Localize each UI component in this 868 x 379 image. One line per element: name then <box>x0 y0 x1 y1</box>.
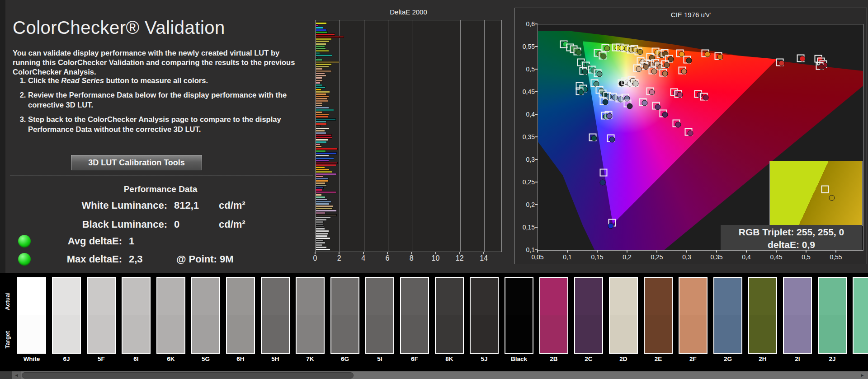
deltae-chart-title: DeltaE 2000 <box>315 8 502 16</box>
x-tick-label: 0,15 <box>587 253 607 261</box>
actual-circle-icon <box>609 137 615 143</box>
swatch-label: 2G <box>713 356 742 362</box>
color-swatch-Black[interactable] <box>505 277 533 354</box>
y-tick-label: 0,4 <box>518 111 535 118</box>
swatch-target-half <box>88 315 115 353</box>
color-swatch-2F[interactable] <box>679 277 708 354</box>
swatch-actual-half <box>331 278 359 315</box>
target-square-icon <box>600 169 608 177</box>
swatch-target-half <box>262 315 289 353</box>
swatch-actual-half <box>88 278 115 315</box>
color-swatch-6J[interactable] <box>52 277 81 354</box>
actual-circle-icon <box>664 62 670 68</box>
swatch-target-half <box>123 315 150 353</box>
colorchecker-validation-app: ColorChecker® Validation You can validat… <box>0 0 868 379</box>
swatch-label: 6K <box>156 356 185 362</box>
scroll-left-arrow-icon[interactable]: ◄ <box>12 371 21 379</box>
read-series-emphasis: Read Series <box>61 76 104 84</box>
y-tick-label: 0,15 <box>518 224 535 231</box>
swatch-target-half <box>714 315 741 353</box>
color-swatch-5I[interactable] <box>365 277 394 354</box>
swatch-actual-half <box>53 278 80 315</box>
swatch-actual-half <box>18 278 45 315</box>
actual-circle-icon <box>578 89 584 95</box>
y-tick-label: 0,2 <box>518 201 535 208</box>
instruction-step-1: Click the Read Series button to measure … <box>28 76 317 85</box>
x-tick-label: 0,2 <box>617 253 637 261</box>
x-tick-label: 4 <box>357 254 370 262</box>
swatch-actual-half <box>366 278 393 315</box>
color-swatch-6F[interactable] <box>400 277 429 354</box>
gridline <box>460 20 461 252</box>
swatch-target-half <box>505 315 533 353</box>
swatch-label: 8K <box>435 356 464 362</box>
y-tick <box>535 182 538 182</box>
actual-circle-icon <box>591 136 597 141</box>
color-swatch-White[interactable] <box>17 277 46 354</box>
color-swatch-5G[interactable] <box>191 277 220 354</box>
color-swatch-5H[interactable] <box>261 277 290 354</box>
deltae-plot <box>315 20 502 252</box>
y-tick <box>535 46 538 47</box>
swatch-target-half <box>53 315 80 353</box>
x-tick-label: 0,45 <box>766 253 786 261</box>
y-tick <box>535 227 538 228</box>
actual-circle-icon <box>677 92 683 98</box>
y-tick-label: 0,35 <box>518 133 535 140</box>
color-swatch-5F[interactable] <box>87 277 116 354</box>
color-swatch-6G[interactable] <box>330 277 359 354</box>
actual-circle-icon <box>675 122 681 128</box>
swatch-label: 2F <box>679 356 708 362</box>
actual-row-label: Actual <box>4 292 11 310</box>
color-swatch-8K[interactable] <box>435 277 464 354</box>
swatch-target-half <box>436 315 463 353</box>
swatch-target-half <box>749 315 776 353</box>
page-title: ColorChecker® Validation <box>13 18 225 38</box>
color-swatch-6H[interactable] <box>226 277 255 354</box>
y-tick <box>535 23 538 24</box>
x-tick-label: 8 <box>405 254 418 262</box>
swatch-label: 5H <box>261 356 290 362</box>
scroll-right-arrow-icon[interactable]: ► <box>858 371 867 379</box>
inset-actual-circle-icon <box>829 195 835 201</box>
swatch-label: 7K <box>296 356 325 362</box>
color-swatch-2H[interactable] <box>748 277 777 354</box>
swatch-label: 2I <box>783 356 812 362</box>
target-row-label: Target <box>4 331 11 349</box>
scrollbar-thumb[interactable] <box>22 372 354 379</box>
color-swatch-5J[interactable] <box>470 277 499 354</box>
x-tick <box>746 250 747 253</box>
actual-circle-icon <box>576 50 581 56</box>
actual-circle-icon <box>608 223 614 229</box>
swatch-actual-half <box>610 278 637 315</box>
lut-calibration-tools-button[interactable]: 3D LUT Calibration Tools <box>71 155 202 170</box>
color-swatch-2J[interactable] <box>818 277 847 354</box>
swatch-actual-half <box>436 278 463 315</box>
color-swatch-2G[interactable] <box>713 277 742 354</box>
color-swatch-2B[interactable] <box>539 277 568 354</box>
color-swatch-partial[interactable] <box>853 277 868 354</box>
color-swatch-7K[interactable] <box>296 277 325 354</box>
actual-circle-icon <box>643 64 649 70</box>
swatch-target-half <box>540 315 567 353</box>
swatch-actual-half <box>749 278 776 315</box>
black-luminance-unit: cd/m² <box>219 219 245 230</box>
x-tick-label: 6 <box>381 254 394 262</box>
swatch-label: 2B <box>539 356 568 362</box>
actual-circle-icon <box>651 69 657 75</box>
swatch-actual-half <box>575 278 602 315</box>
color-swatch-2E[interactable] <box>644 277 673 354</box>
color-swatch-2D[interactable] <box>609 277 638 354</box>
swatch-label: 2E <box>644 356 673 362</box>
y-tick-label: 0,3 <box>518 156 535 163</box>
color-swatch-6I[interactable] <box>122 277 151 354</box>
y-tick <box>535 114 538 115</box>
x-tick-label: 0,05 <box>528 253 547 261</box>
color-swatch-6K[interactable] <box>156 277 185 354</box>
avg-deltae-label: Avg deltaE: <box>9 235 122 247</box>
swatch-strip: Actual Target White6J5F6I6K5G6H5H7K6G5I6… <box>0 273 868 371</box>
color-swatch-2C[interactable] <box>574 277 603 354</box>
swatch-actual-half <box>471 278 498 315</box>
color-swatch-2I[interactable] <box>783 277 812 354</box>
swatch-target-half <box>157 315 184 353</box>
